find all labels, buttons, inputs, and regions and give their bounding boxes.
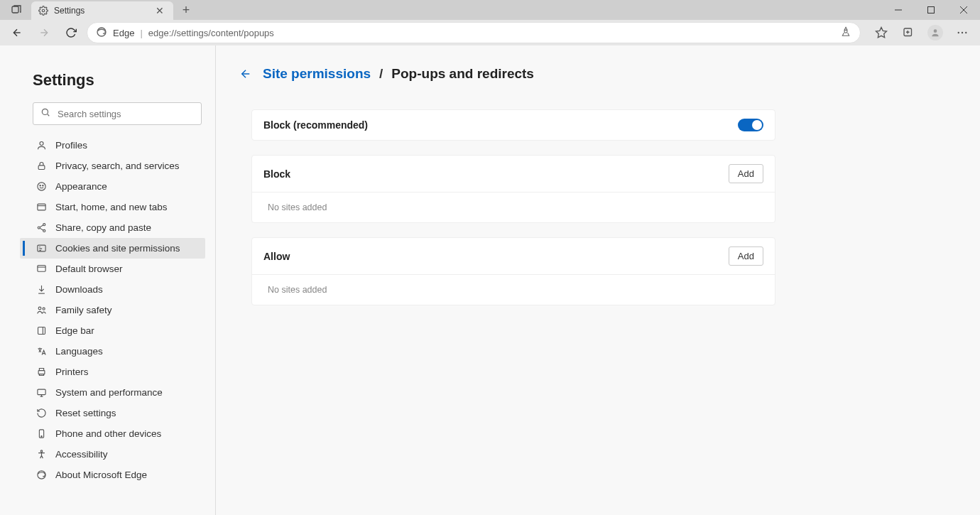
favorites-button[interactable] bbox=[869, 21, 893, 44]
block-toggle-label: Block (recommended) bbox=[263, 119, 368, 131]
svg-point-1 bbox=[42, 9, 45, 12]
breadcrumb-separator: / bbox=[379, 66, 383, 82]
edge-icon bbox=[36, 470, 47, 481]
sidebar-item-printers[interactable]: Printers bbox=[20, 362, 205, 382]
new-tab-button[interactable]: + bbox=[176, 0, 196, 20]
sidebar-item-label: Reset settings bbox=[55, 408, 116, 418]
block-add-button[interactable]: Add bbox=[729, 164, 763, 183]
sidebar-item-label: Profiles bbox=[55, 140, 87, 151]
svg-point-14 bbox=[42, 109, 48, 114]
browser-tab[interactable]: Settings ✕ bbox=[31, 1, 173, 20]
phone-icon bbox=[36, 428, 47, 440]
toolbar-actions bbox=[865, 21, 974, 44]
settings-main: Site permissions / Pop-ups and redirects… bbox=[216, 45, 980, 515]
block-list-card: Block Add No sites added bbox=[251, 155, 775, 223]
sidebar-item-label: Downloads bbox=[55, 284, 103, 295]
svg-rect-29 bbox=[38, 327, 45, 335]
reset-icon bbox=[36, 408, 47, 419]
svg-point-18 bbox=[37, 183, 45, 190]
window-controls bbox=[882, 0, 980, 20]
share-icon bbox=[36, 222, 47, 234]
collections-button[interactable] bbox=[896, 21, 920, 44]
block-list-title: Block bbox=[263, 168, 290, 180]
svg-point-33 bbox=[40, 436, 41, 437]
minimize-button[interactable] bbox=[882, 0, 915, 20]
breadcrumb-back-button[interactable] bbox=[237, 65, 254, 82]
allow-list-title: Allow bbox=[263, 251, 290, 262]
sidebar-item-privacy-search-and-services[interactable]: Privacy, search, and services bbox=[20, 156, 205, 176]
sidebar-item-family-safety[interactable]: Family safety bbox=[20, 300, 205, 320]
sidebar-item-about-microsoft-edge[interactable]: About Microsoft Edge bbox=[20, 465, 205, 485]
search-input[interactable] bbox=[56, 108, 194, 120]
avatar-icon bbox=[927, 25, 943, 40]
svg-point-16 bbox=[40, 142, 43, 146]
sidebar-item-label: Start, home, and new tabs bbox=[55, 202, 168, 212]
sidebar-item-languages[interactable]: Languages bbox=[20, 341, 205, 362]
language-icon bbox=[36, 346, 47, 357]
sidebar-item-label: Family safety bbox=[55, 305, 112, 315]
close-icon[interactable]: ✕ bbox=[153, 4, 166, 17]
svg-point-19 bbox=[40, 185, 40, 186]
sidebar-item-share-copy-and-paste[interactable]: Share, copy and paste bbox=[20, 217, 205, 238]
read-aloud-icon[interactable] bbox=[840, 26, 851, 40]
sidebar-item-system-and-performance[interactable]: System and performance bbox=[20, 382, 205, 403]
sidebar-item-edge-bar[interactable]: Edge bar bbox=[20, 320, 205, 341]
search-settings[interactable] bbox=[33, 102, 202, 125]
breadcrumb-current: Pop-ups and redirects bbox=[391, 66, 534, 82]
back-button[interactable] bbox=[6, 21, 28, 44]
sidebar-item-label: System and performance bbox=[55, 387, 163, 398]
sidebar-item-profiles[interactable]: Profiles bbox=[20, 135, 205, 156]
browser-icon bbox=[36, 264, 47, 275]
allow-list-card: Allow Add No sites added bbox=[251, 237, 775, 305]
settings-content: Settings ProfilesPrivacy, search, and se… bbox=[0, 45, 980, 515]
svg-rect-25 bbox=[37, 245, 45, 251]
sidebar-item-label: Languages bbox=[55, 346, 103, 357]
sidebar-item-label: About Microsoft Edge bbox=[55, 470, 147, 480]
sidebar-item-label: Privacy, search, and services bbox=[55, 161, 180, 171]
svg-point-34 bbox=[40, 450, 43, 452]
separator: | bbox=[140, 28, 142, 38]
block-toggle-switch[interactable] bbox=[738, 119, 763, 131]
allow-add-button[interactable]: Add bbox=[729, 246, 763, 266]
sidebar-item-phone-and-other-devices[interactable]: Phone and other devices bbox=[20, 423, 205, 444]
svg-point-10 bbox=[934, 29, 937, 33]
address-bar[interactable]: Edge | edge://settings/content/popups bbox=[87, 22, 861, 43]
sidebar-item-reset-settings[interactable]: Reset settings bbox=[20, 403, 205, 423]
tab-manager-button[interactable] bbox=[6, 0, 27, 20]
breadcrumb: Site permissions / Pop-ups and redirects bbox=[237, 65, 966, 82]
sidebar-item-label: Appearance bbox=[55, 181, 107, 192]
sidebar-item-downloads[interactable]: Downloads bbox=[20, 279, 205, 300]
forward-button[interactable] bbox=[33, 21, 55, 44]
sidebar-item-label: Accessibility bbox=[55, 449, 108, 460]
cookie-icon bbox=[36, 243, 47, 254]
svg-point-7 bbox=[844, 30, 847, 33]
svg-rect-17 bbox=[38, 166, 45, 170]
profile-icon bbox=[36, 140, 47, 151]
sidebar-item-label: Default browser bbox=[55, 264, 123, 274]
svg-rect-21 bbox=[37, 204, 45, 210]
settings-nav-list: ProfilesPrivacy, search, and servicesApp… bbox=[20, 135, 205, 485]
allow-list-empty: No sites added bbox=[252, 275, 775, 305]
sidebar-item-accessibility[interactable]: Accessibility bbox=[20, 444, 205, 465]
sidebar-item-label: Printers bbox=[55, 367, 89, 377]
sidebar-item-start-home-and-new-tabs[interactable]: Start, home, and new tabs bbox=[20, 197, 205, 217]
refresh-button[interactable] bbox=[60, 21, 82, 44]
tab-icon bbox=[36, 202, 47, 213]
more-button[interactable] bbox=[950, 21, 974, 44]
svg-marker-8 bbox=[876, 28, 887, 38]
settings-title: Settings bbox=[33, 71, 205, 90]
allow-list-header: Allow Add bbox=[252, 238, 775, 275]
sidebar-item-default-browser[interactable]: Default browser bbox=[20, 259, 205, 279]
omnibox-url: edge://settings/content/popups bbox=[148, 28, 834, 38]
block-toggle-row: Block (recommended) bbox=[252, 110, 775, 140]
family-icon bbox=[36, 305, 47, 316]
system-icon bbox=[36, 387, 47, 399]
appearance-icon bbox=[36, 181, 47, 193]
sidebar-item-appearance[interactable]: Appearance bbox=[20, 176, 205, 197]
settings-sidebar: Settings ProfilesPrivacy, search, and se… bbox=[0, 45, 216, 515]
sidebar-item-cookies-and-site-permissions[interactable]: Cookies and site permissions bbox=[20, 238, 205, 259]
breadcrumb-parent-link[interactable]: Site permissions bbox=[263, 66, 371, 82]
profile-button[interactable] bbox=[923, 21, 947, 44]
maximize-button[interactable] bbox=[915, 0, 947, 20]
close-window-button[interactable] bbox=[947, 0, 980, 20]
